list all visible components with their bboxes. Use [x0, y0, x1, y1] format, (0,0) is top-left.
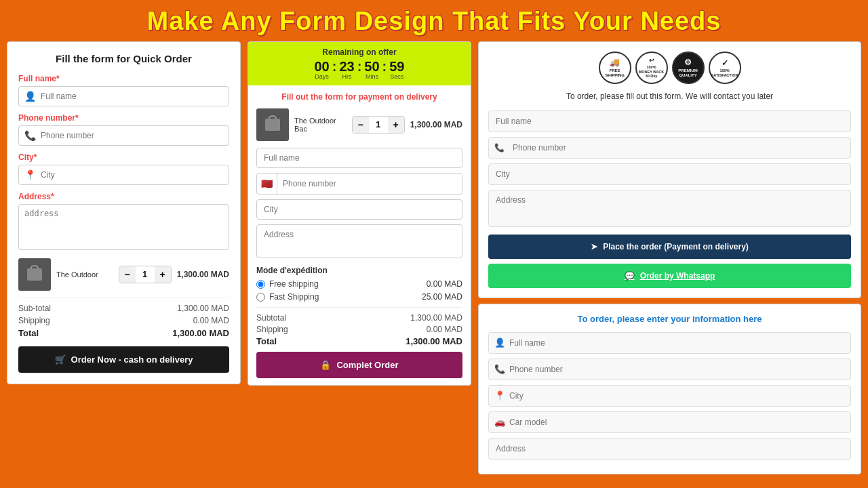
col1-qty-minus[interactable]: − — [119, 266, 136, 283]
col2-subtotal-value: 1,300.00 MAD — [410, 313, 462, 323]
cart-icon: 🛒 — [55, 354, 66, 365]
page-header: Make Any Form Design That Fits Your Need… — [0, 0, 868, 41]
col2-product-row: The Outdoor Bac − 1 + 1,300.00 MAD — [256, 108, 462, 141]
col3b-city-wrap[interactable]: 📍 — [488, 385, 851, 407]
col3-phone-row[interactable]: 📞 — [488, 137, 851, 159]
timer-colon-1: : — [332, 59, 337, 80]
page-title: Make Any Form Design That Fits Your Need… — [0, 7, 868, 36]
col3-whatsapp-button[interactable]: 💬 Order by Whatsapp — [488, 264, 851, 288]
circle-arrow-icon: ➤ — [591, 242, 597, 251]
col1-product-row: The Outdoor − 1 + 1,300.00 MAD — [18, 258, 229, 291]
col1-qty-control[interactable]: − 1 + — [119, 266, 172, 283]
col2-fast-shipping-radio[interactable] — [256, 293, 265, 302]
col3b-phone-input[interactable] — [509, 359, 845, 380]
col2-fullname-input[interactable] — [256, 148, 462, 168]
col1-qty-plus[interactable]: + — [155, 266, 171, 283]
timer-colon-3: : — [382, 59, 387, 80]
col2-city-input[interactable] — [256, 199, 462, 220]
column-2: Remaining on offer 00 Days : 23 Hrs : 50… — [248, 41, 471, 386]
col1-product-price: 1,300.00 MAD — [177, 270, 229, 279]
badge-satisfaction: ✓ 100%SATISFACTION — [709, 52, 741, 84]
col2-complete-button[interactable]: 🔒 Complet Order — [256, 352, 462, 378]
col3b-person-icon: 👤 — [494, 338, 505, 348]
address-group: Address* — [18, 192, 229, 250]
col2-free-shipping-option[interactable]: Free shipping 0.00 MAD — [256, 279, 462, 289]
col1-total-label: Total — [18, 328, 39, 338]
col3-city-input[interactable] — [488, 163, 851, 185]
col3-bottom-title: To order, please enter your information … — [488, 314, 851, 325]
city-input[interactable] — [41, 170, 223, 180]
col2-subtotal-label: Subtotal — [256, 313, 286, 323]
col1-product-name: The Outdoor — [56, 270, 113, 279]
col1-subtotal-value: 1,300.00 MAD — [177, 304, 229, 313]
person-icon: 👤 — [24, 91, 36, 102]
col2-total-row: Total 1,300.00 MAD — [256, 336, 462, 346]
col3b-car-input[interactable] — [509, 412, 845, 432]
col2-total-label: Total — [256, 336, 277, 346]
col2-qty-value: 1 — [369, 120, 388, 129]
col3-place-order-button[interactable]: ➤ Place the order (Payment on delivery) — [488, 235, 851, 259]
col2-phone-row[interactable]: 🇲🇦 — [256, 173, 462, 195]
city-label: City* — [18, 152, 229, 162]
col2-product-image — [256, 108, 289, 141]
columns-container: Fill the form for Quick Order Full name*… — [0, 41, 868, 481]
col2-qty-minus[interactable]: − — [353, 117, 369, 133]
col1-heading: Fill the form for Quick Order — [18, 53, 229, 64]
lock-icon: 🔒 — [320, 360, 331, 370]
phone-input[interactable] — [41, 131, 223, 140]
col2-fast-shipping-option[interactable]: Fast Shipping 25.00 MAD — [256, 292, 462, 302]
timer-digits: 00 Days : 23 Hrs : 50 Mins : 59 Secs — [255, 59, 464, 80]
col2-shipping-row: Shipping 0.00 MAD — [256, 325, 462, 334]
col3-top-description: To order, please fill out this form. We … — [488, 91, 851, 102]
phone-group: Phone number* 📞 — [18, 113, 229, 146]
timer-bar: Remaining on offer 00 Days : 23 Hrs : 50… — [248, 42, 471, 85]
col2-subtotal-row: Subtotal 1,300.00 MAD — [256, 313, 462, 323]
col3-address-input[interactable] — [488, 190, 851, 227]
checkmark-icon: ✓ — [722, 58, 728, 68]
col3b-phone-icon: 📞 — [494, 364, 505, 374]
col3-fullname-input[interactable] — [488, 110, 851, 132]
col3b-fullname-wrap[interactable]: 👤 — [488, 332, 851, 354]
col3b-fullname-input[interactable] — [509, 333, 845, 353]
col2-phone-input[interactable] — [277, 174, 462, 193]
col3b-car-wrap[interactable]: 🚗 — [488, 411, 851, 433]
col1-qty-value: 1 — [136, 270, 155, 279]
col3-phone-input[interactable] — [510, 138, 850, 158]
col2-free-shipping-label[interactable]: Free shipping — [256, 279, 319, 289]
col1-total-row: Total 1,300.00 MAD — [18, 328, 229, 338]
address-label: Address* — [18, 192, 229, 201]
timer-mins: 50 Mins — [364, 60, 379, 80]
col1-total-value: 1,300.00 MAD — [172, 328, 229, 338]
address-input-wrap[interactable] — [18, 204, 229, 250]
col2-product-price: 1,300.00 MAD — [410, 120, 462, 129]
col2-qty-plus[interactable]: + — [388, 117, 404, 133]
col2-free-shipping-radio[interactable] — [256, 280, 265, 289]
truck-icon: 🚚 — [610, 58, 620, 67]
location-icon: 📍 — [24, 169, 36, 180]
col1-shipping-row: Shipping 0.00 MAD — [18, 316, 229, 325]
column-3: 🚚 FREESHIPPING ↩ 100%MONEY BACK30 Day ⚙ … — [478, 41, 861, 474]
badge-money-back: ↩ 100%MONEY BACK30 Day — [635, 52, 668, 84]
svg-rect-1 — [265, 119, 280, 131]
col2-summary: Subtotal 1,300.00 MAD Shipping 0.00 MAD … — [256, 307, 462, 346]
col3b-location-icon: 📍 — [494, 390, 505, 401]
col3b-address-input[interactable] — [488, 438, 851, 460]
phone-input-wrap[interactable]: 📞 — [18, 125, 229, 146]
col2-address-input[interactable] — [256, 224, 462, 258]
fullname-input-wrap[interactable]: 👤 — [18, 86, 229, 106]
col1-order-button[interactable]: 🛒 Order Now - cash on delivery — [18, 346, 229, 373]
fullname-input[interactable] — [41, 92, 223, 101]
col3b-phone-wrap[interactable]: 📞 — [488, 359, 851, 380]
col2-qty-control[interactable]: − 1 + — [352, 116, 405, 134]
badge-premium: ⚙ PREMIUMQUALITY — [672, 52, 705, 84]
city-input-wrap[interactable]: 📍 — [18, 165, 229, 185]
phone-label: Phone number* — [18, 113, 229, 123]
return-icon: ↩ — [649, 57, 654, 64]
col2-total-value: 1,300.00 MAD — [406, 336, 462, 346]
phone-icon: 📞 — [24, 130, 36, 141]
fullname-label: Full name* — [18, 74, 229, 83]
col2-body: Fill out the form for payment on deliver… — [248, 85, 471, 385]
col3b-city-input[interactable] — [509, 386, 845, 406]
col2-fast-shipping-label[interactable]: Fast Shipping — [256, 292, 319, 302]
address-input[interactable] — [24, 209, 223, 243]
